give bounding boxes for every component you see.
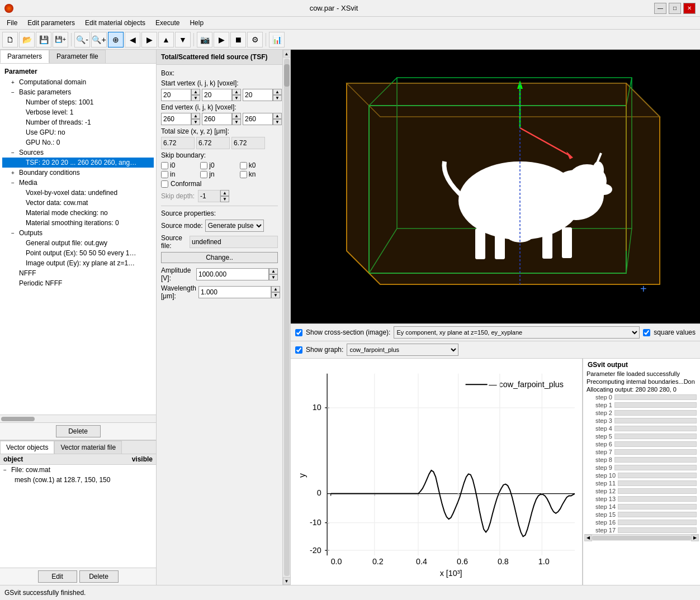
check-kn[interactable] bbox=[240, 171, 247, 178]
save-as-button[interactable]: 💾+ bbox=[53, 32, 68, 47]
tree-item-threads[interactable]: Number of threads: -1 bbox=[2, 117, 154, 127]
tree-item-usegpu[interactable]: Use GPU: no bbox=[2, 127, 154, 137]
vector-row-0[interactable]: − File: cow.mat bbox=[0, 465, 156, 475]
tree-item-voxel-data[interactable]: Voxel-by-voxel data: undefined bbox=[2, 188, 154, 198]
show-crosssec-check[interactable] bbox=[295, 329, 302, 336]
end-z-down[interactable]: ▼ bbox=[273, 119, 282, 125]
end-y-spinner[interactable]: ▲ ▼ bbox=[232, 113, 241, 125]
tree-delete-button[interactable]: Delete bbox=[56, 425, 101, 437]
check-jn[interactable] bbox=[200, 171, 207, 178]
new-button[interactable]: 🗋 bbox=[2, 32, 18, 47]
wavelength-up[interactable]: ▲ bbox=[271, 286, 280, 292]
end-z-up[interactable]: ▲ bbox=[273, 113, 282, 119]
save-button[interactable]: 💾 bbox=[36, 32, 51, 47]
tree-item-media[interactable]: − Media bbox=[2, 178, 154, 188]
settings-button[interactable]: ⚙ bbox=[247, 32, 263, 47]
skip-depth-spinner[interactable]: ▲ ▼ bbox=[198, 190, 229, 202]
start-x-up[interactable]: ▲ bbox=[191, 89, 200, 95]
start-z-up[interactable]: ▲ bbox=[273, 89, 282, 95]
gsv-scrollbar[interactable]: ◀ ▶ bbox=[584, 534, 699, 541]
tab-parameters[interactable]: Parameters bbox=[0, 50, 49, 63]
skip-depth-field[interactable] bbox=[198, 190, 220, 202]
start-x-input[interactable]: ▲ ▼ bbox=[161, 89, 200, 101]
minimize-button[interactable]: — bbox=[654, 3, 666, 14]
start-y-down[interactable]: ▼ bbox=[232, 95, 241, 101]
square-values-check[interactable] bbox=[643, 329, 650, 336]
end-z-input[interactable]: ▲ ▼ bbox=[243, 113, 282, 125]
crosssec-dropdown[interactable]: Ey component, xy plane at z=150, ey_xypl… bbox=[394, 326, 640, 339]
skip-depth-up[interactable]: ▲ bbox=[220, 190, 229, 196]
tree-item-computational-domain[interactable]: + Computational domain bbox=[2, 77, 154, 87]
menu-help[interactable]: Help bbox=[185, 18, 208, 28]
end-y-field[interactable] bbox=[202, 113, 232, 125]
vector-row-1[interactable]: mesh (cow.1) at 128.7, 150, 150 bbox=[0, 475, 156, 485]
view-next-button[interactable]: ▶ bbox=[141, 32, 157, 47]
vtab-vector-material[interactable]: Vector material file bbox=[54, 441, 122, 454]
tree-item-mat-smooth[interactable]: Material smoothing iterations: 0 bbox=[2, 218, 154, 228]
start-y-field[interactable] bbox=[202, 89, 232, 101]
check-j0[interactable] bbox=[200, 162, 207, 169]
start-z-input[interactable]: ▲ ▼ bbox=[243, 89, 282, 101]
end-x-down[interactable]: ▼ bbox=[191, 119, 200, 125]
tree-item-nsteps[interactable]: Number of steps: 1001 bbox=[2, 97, 154, 107]
start-y-up[interactable]: ▲ bbox=[232, 89, 241, 95]
end-y-input[interactable]: ▲ ▼ bbox=[202, 113, 241, 125]
tree-item-img-output[interactable]: Image output (Ey): xy plane at z=150 eve… bbox=[2, 258, 154, 268]
end-x-input[interactable]: ▲ ▼ bbox=[161, 113, 200, 125]
size-z-field[interactable] bbox=[231, 137, 265, 149]
amplitude-up[interactable]: ▲ bbox=[269, 268, 278, 274]
zoom-in-button[interactable]: 🔍+ bbox=[91, 32, 107, 47]
vtab-vector-objects[interactable]: Vector objects bbox=[0, 441, 54, 454]
tree-item-gen-output[interactable]: General output file: out.gwy bbox=[2, 238, 154, 248]
check-i0[interactable] bbox=[161, 162, 168, 169]
source-file-field[interactable] bbox=[190, 236, 278, 248]
tree-item-nfff[interactable]: NFFF bbox=[2, 268, 154, 278]
wavelength-spinner[interactable]: ▲ ▼ bbox=[198, 286, 280, 298]
check-k0[interactable] bbox=[240, 162, 247, 169]
graph-button[interactable]: 📊 bbox=[269, 32, 285, 47]
wavelength-btns[interactable]: ▲ ▼ bbox=[271, 286, 280, 298]
tab-parameter-file[interactable]: Parameter file bbox=[49, 50, 106, 63]
end-x-field[interactable] bbox=[161, 113, 191, 125]
amplitude-btns[interactable]: ▲ ▼ bbox=[269, 268, 278, 280]
view-down-button[interactable]: ▼ bbox=[175, 32, 191, 47]
start-x-down[interactable]: ▼ bbox=[191, 95, 200, 101]
size-x-field[interactable] bbox=[161, 137, 195, 149]
tree-item-periodic-nfff[interactable]: Periodic NFFF bbox=[2, 278, 154, 288]
wavelength-field[interactable] bbox=[198, 286, 271, 298]
tree-item-sources[interactable]: − Sources bbox=[2, 147, 154, 158]
start-z-down[interactable]: ▼ bbox=[273, 95, 282, 101]
conformal-check[interactable] bbox=[161, 180, 168, 188]
graph-dropdown[interactable]: cow_farpoint_plus bbox=[347, 344, 458, 356]
close-button[interactable]: ✕ bbox=[683, 3, 696, 14]
start-x-spinner[interactable]: ▲ ▼ bbox=[191, 89, 200, 101]
scroll-down-btn[interactable]: ▼ bbox=[283, 577, 291, 585]
end-z-spinner[interactable]: ▲ ▼ bbox=[273, 113, 282, 125]
vector-delete-button[interactable]: Delete bbox=[79, 570, 119, 583]
tree-item-tsf[interactable]: TSF: 20 20 20 ... 260 260 260, angles 0 … bbox=[2, 158, 154, 168]
start-z-spinner[interactable]: ▲ ▼ bbox=[273, 89, 282, 101]
start-y-spinner[interactable]: ▲ ▼ bbox=[232, 89, 241, 101]
run-button[interactable]: ▶ bbox=[214, 32, 229, 47]
menu-execute[interactable]: Execute bbox=[151, 18, 184, 28]
start-y-input[interactable]: ▲ ▼ bbox=[202, 89, 241, 101]
end-x-spinner[interactable]: ▲ ▼ bbox=[191, 113, 200, 125]
scroll-track[interactable] bbox=[284, 59, 290, 576]
gsv-scroll-left[interactable]: ◀ bbox=[584, 535, 592, 541]
zoom-fit-button[interactable]: ⊕ bbox=[108, 32, 124, 47]
scroll-up-btn[interactable]: ▲ bbox=[283, 50, 291, 58]
tree-item-verbose[interactable]: Verbose level: 1 bbox=[2, 107, 154, 117]
end-x-up[interactable]: ▲ bbox=[191, 113, 200, 119]
source-mode-select[interactable]: Generate pulse bbox=[205, 220, 264, 232]
open-button[interactable]: 📂 bbox=[19, 32, 35, 47]
maximize-button[interactable]: □ bbox=[669, 3, 681, 14]
tree-item-boundary[interactable]: + Boundary conditions bbox=[2, 168, 154, 178]
start-z-field[interactable] bbox=[243, 89, 273, 101]
skip-depth-btns[interactable]: ▲ ▼ bbox=[220, 190, 229, 202]
zoom-out-button[interactable]: 🔍- bbox=[74, 32, 90, 47]
tree-item-vector-data[interactable]: Vector data: cow.mat bbox=[2, 198, 154, 208]
stop-button[interactable]: ⏹ bbox=[230, 32, 246, 47]
start-x-field[interactable] bbox=[161, 89, 191, 101]
tree-item-pt-output[interactable]: Point output (Ex): 50 50 50 every 10 to … bbox=[2, 248, 154, 258]
end-y-down[interactable]: ▼ bbox=[232, 119, 241, 125]
